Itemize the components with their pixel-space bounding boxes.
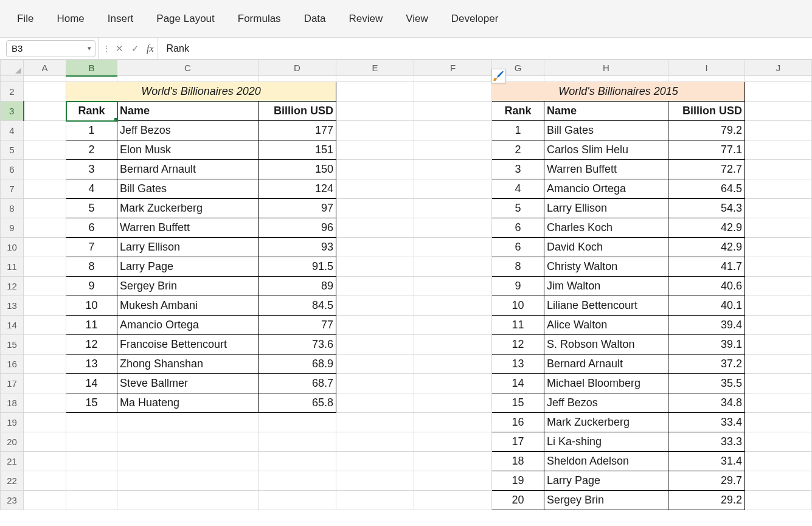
cell-C4[interactable]: Jeff Bezos: [117, 121, 259, 140]
ribbon-tab-developer[interactable]: Developer: [451, 13, 499, 25]
cell-G11[interactable]: 8: [492, 257, 544, 277]
cell-G7[interactable]: 4: [492, 179, 544, 199]
cell-I22[interactable]: 29.7: [668, 471, 745, 491]
cell[interactable]: [24, 238, 66, 257]
cell-H10[interactable]: David Koch: [544, 238, 668, 257]
cell-C12[interactable]: Sergey Brin: [117, 277, 259, 296]
cell-C3[interactable]: Name: [117, 102, 259, 121]
cell[interactable]: [24, 413, 66, 432]
cell-D8[interactable]: 97: [259, 199, 336, 218]
cell-D3[interactable]: Billion USD: [259, 102, 336, 121]
cell[interactable]: [745, 335, 812, 355]
cell-D18[interactable]: 65.8: [259, 393, 336, 413]
cell[interactable]: [24, 432, 66, 452]
formula-bar-input[interactable]: Rank: [158, 38, 812, 59]
cell[interactable]: [745, 432, 812, 452]
worksheet-area[interactable]: A B C D E F G H I J 2World's Billionaire…: [0, 60, 812, 526]
cell[interactable]: [24, 121, 66, 140]
cell-B7[interactable]: 4: [66, 179, 117, 199]
paste-options-icon[interactable]: 🖌️: [491, 69, 506, 83]
cell[interactable]: [336, 335, 414, 355]
cell[interactable]: [336, 218, 414, 238]
cell[interactable]: [336, 76, 414, 82]
cell[interactable]: [544, 76, 668, 82]
cell-G23[interactable]: 20: [492, 491, 544, 510]
cell-G14[interactable]: 11: [492, 316, 544, 335]
cell-C17[interactable]: Steve Ballmer: [117, 374, 259, 393]
cell-D10[interactable]: 93: [259, 238, 336, 257]
cell[interactable]: [745, 374, 812, 393]
name-box[interactable]: B3 ▾: [6, 40, 95, 57]
cell[interactable]: [414, 355, 492, 374]
cell[interactable]: [414, 335, 492, 355]
cell[interactable]: [117, 76, 259, 82]
cell[interactable]: [259, 413, 336, 432]
cell-I16[interactable]: 37.2: [668, 355, 745, 374]
col-header-J[interactable]: J: [745, 60, 812, 76]
cell-B14[interactable]: 11: [66, 316, 117, 335]
row-header-16[interactable]: 16: [1, 355, 24, 374]
cell[interactable]: [745, 140, 812, 160]
cell[interactable]: [24, 82, 66, 102]
cell[interactable]: [745, 277, 812, 296]
cell[interactable]: [745, 102, 812, 121]
row-header-2[interactable]: 2: [1, 82, 24, 102]
cell[interactable]: [336, 238, 414, 257]
cell[interactable]: [745, 471, 812, 491]
cell-D16[interactable]: 68.9: [259, 355, 336, 374]
cell-D15[interactable]: 73.6: [259, 335, 336, 355]
cell-G21[interactable]: 18: [492, 452, 544, 471]
more-icon[interactable]: ⋮: [102, 44, 110, 54]
cell-B8[interactable]: 5: [66, 199, 117, 218]
row-header-20[interactable]: 20: [1, 432, 24, 452]
cell[interactable]: [336, 82, 414, 102]
cell-G3[interactable]: Rank: [492, 102, 544, 121]
cell-I19[interactable]: 33.4: [668, 413, 745, 432]
cell-H7[interactable]: Amancio Ortega: [544, 179, 668, 199]
cell-C13[interactable]: Mukesh Ambani: [117, 296, 259, 316]
cell-B17[interactable]: 14: [66, 374, 117, 393]
cell-C10[interactable]: Larry Ellison: [117, 238, 259, 257]
cell[interactable]: [414, 160, 492, 179]
cell-D12[interactable]: 89: [259, 277, 336, 296]
cell-G12[interactable]: 9: [492, 277, 544, 296]
ribbon-tab-formulas[interactable]: Formulas: [238, 13, 281, 25]
row-header-10[interactable]: 10: [1, 238, 24, 257]
cell-G19[interactable]: 16: [492, 413, 544, 432]
cancel-formula-icon[interactable]: ✕: [111, 40, 127, 57]
cell-C14[interactable]: Amancio Ortega: [117, 316, 259, 335]
cell[interactable]: [336, 140, 414, 160]
cell[interactable]: [24, 471, 66, 491]
cell-G17[interactable]: 14: [492, 374, 544, 393]
cell[interactable]: [414, 413, 492, 432]
cell-I4[interactable]: 79.2: [668, 121, 745, 140]
col-header-A[interactable]: A: [24, 60, 66, 76]
cell[interactable]: [414, 257, 492, 277]
insert-function-icon[interactable]: fx: [143, 43, 158, 54]
row-header-22[interactable]: 22: [1, 471, 24, 491]
cell-B9[interactable]: 6: [66, 218, 117, 238]
cell-I14[interactable]: 39.4: [668, 316, 745, 335]
row-header-15[interactable]: 15: [1, 335, 24, 355]
cell-C11[interactable]: Larry Page: [117, 257, 259, 277]
ribbon-tab-data[interactable]: Data: [304, 13, 326, 25]
cell[interactable]: [745, 257, 812, 277]
cell[interactable]: [336, 355, 414, 374]
cell-I6[interactable]: 72.7: [668, 160, 745, 179]
cell-B5[interactable]: 2: [66, 140, 117, 160]
row-header-18[interactable]: 18: [1, 393, 24, 413]
row-header-3[interactable]: 3: [1, 102, 24, 121]
cell-D7[interactable]: 124: [259, 179, 336, 199]
cell[interactable]: [745, 76, 812, 82]
cell-H6[interactable]: Warren Buffett: [544, 160, 668, 179]
cell-B18[interactable]: 15: [66, 393, 117, 413]
cell-I13[interactable]: 40.1: [668, 296, 745, 316]
cell[interactable]: [414, 393, 492, 413]
cell-H15[interactable]: S. Robson Walton: [544, 335, 668, 355]
cell[interactable]: [66, 413, 117, 432]
cell-H12[interactable]: Jim Walton: [544, 277, 668, 296]
ribbon-tab-home[interactable]: Home: [57, 13, 84, 25]
cell-H18[interactable]: Jeff Bezos: [544, 393, 668, 413]
cell-G18[interactable]: 15: [492, 393, 544, 413]
cell-H5[interactable]: Carlos Slim Helu: [544, 140, 668, 160]
